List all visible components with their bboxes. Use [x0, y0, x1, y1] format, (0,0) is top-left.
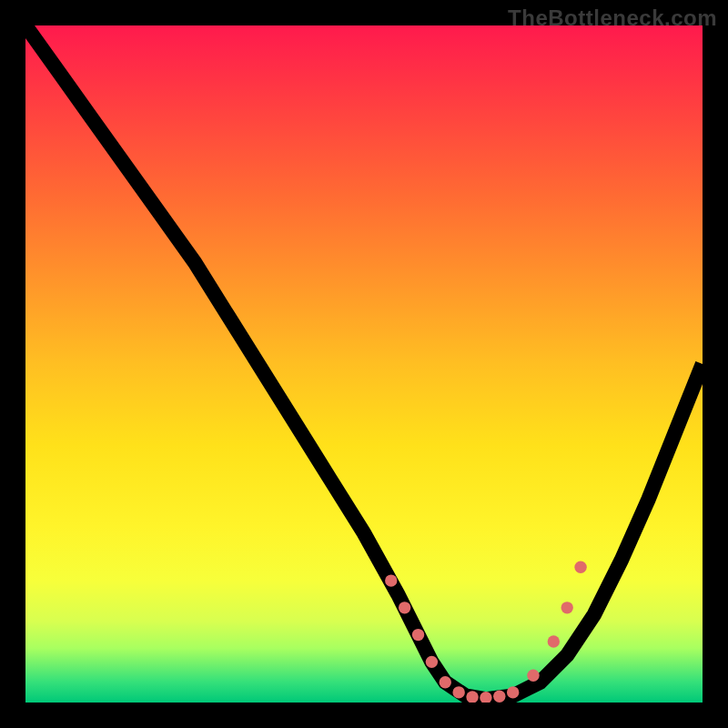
marker-dot — [507, 686, 519, 698]
watermark-text: TheBottleneck.com — [508, 5, 717, 31]
marker-dot — [561, 602, 573, 613]
plot-area — [25, 25, 703, 703]
marker-dot — [426, 656, 438, 668]
marker-dot — [440, 676, 451, 688]
marker-dot — [452, 686, 464, 698]
marker-dot — [385, 574, 397, 586]
marker-dots — [385, 561, 587, 703]
curve-layer — [25, 25, 703, 703]
chart-frame: TheBottleneck.com — [0, 0, 728, 728]
marker-dot — [527, 670, 539, 682]
marker-dot — [574, 561, 586, 573]
marker-dot — [412, 629, 424, 641]
marker-dot — [399, 602, 410, 613]
marker-dot — [493, 691, 505, 703]
marker-dot — [548, 635, 560, 647]
bottleneck-curve — [25, 25, 703, 699]
